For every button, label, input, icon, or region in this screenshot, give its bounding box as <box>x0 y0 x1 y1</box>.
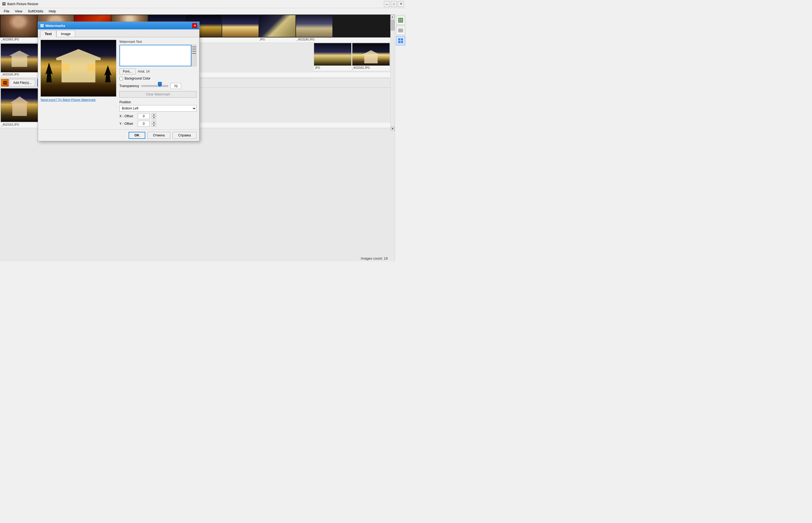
batch-watermark-link[interactable]: Need more? Try Batch Picture Watermark <box>41 98 116 101</box>
help-button[interactable]: Справка <box>173 132 197 139</box>
watermarks-dialog: 🖼 Watermarks ✕ Text Image <box>38 22 199 141</box>
clear-watermark-button[interactable]: Clear Watermark <box>120 91 197 97</box>
y-offset-up[interactable]: ▲ <box>152 121 156 124</box>
format-line4 <box>192 53 196 54</box>
watermark-textarea[interactable] <box>120 45 192 66</box>
font-row: Font... Arial, 14 <box>120 69 197 74</box>
dialog-overlay: 🖼 Watermarks ✕ Text Image <box>0 0 406 262</box>
transparency-value[interactable]: 70 <box>170 83 181 89</box>
transparency-slider[interactable] <box>141 84 168 88</box>
dialog-controls: Watermark Text Font... Arial, 14 <box>120 40 197 127</box>
dialog-titlebar: 🖼 Watermarks ✕ <box>38 22 199 30</box>
format-line1 <box>192 47 196 47</box>
dialog-tabs: Text Image <box>38 30 199 37</box>
font-info: Arial, 14 <box>138 70 150 73</box>
transparency-row: Transparency 70 <box>120 83 197 89</box>
cancel-button[interactable]: Отмена <box>147 132 170 139</box>
bg-color-label: Background Color <box>125 76 150 80</box>
slider-track <box>141 85 168 87</box>
x-offset-spinner: ▲ ▼ <box>152 113 156 119</box>
font-button[interactable]: Font... <box>120 69 136 74</box>
x-offset-up[interactable]: ▲ <box>152 113 156 116</box>
transparency-label: Transparency <box>120 84 139 88</box>
tab-text[interactable]: Text <box>40 31 56 37</box>
tab-image[interactable]: Image <box>56 31 75 37</box>
dialog-title: Watermarks <box>45 24 65 28</box>
y-offset-row: Y - Offset ▲ ▼ <box>120 121 197 127</box>
y-offset-input[interactable] <box>138 121 150 127</box>
position-section: Position Top LeftTop CenterTop RightMidd… <box>120 100 197 112</box>
position-label: Position <box>120 100 197 104</box>
dialog-body: Need more? Try Batch Picture Watermark W… <box>38 37 199 129</box>
y-offset-label: Y - Offset <box>120 122 136 126</box>
preview-image <box>41 40 116 96</box>
y-offset-spinner: ▲ ▼ <box>152 121 156 127</box>
y-offset-down[interactable]: ▼ <box>152 124 156 127</box>
bg-color-row: Background Color <box>120 76 197 80</box>
dialog-preview: Need more? Try Batch Picture Watermark <box>41 40 116 127</box>
position-select[interactable]: Top LeftTop CenterTop RightMiddle LeftMi… <box>120 105 197 112</box>
ok-button[interactable]: OK <box>129 132 145 139</box>
x-offset-input[interactable] <box>138 113 150 119</box>
x-offset-row: X - Offset ▲ ▼ <box>120 113 197 119</box>
x-offset-down[interactable]: ▼ <box>152 116 156 119</box>
watermarks-icon: 🖼 <box>40 24 44 28</box>
text-format-toolbar <box>192 45 197 66</box>
dialog-footer: OK Отмена Справка <box>38 129 199 141</box>
x-offset-label: X - Offset <box>120 114 136 118</box>
format-line2 <box>192 49 196 49</box>
dialog-close-button[interactable]: ✕ <box>192 23 197 28</box>
bg-color-checkbox[interactable] <box>120 77 123 80</box>
format-line3 <box>192 51 196 52</box>
watermark-text-label: Watermark Text <box>120 40 197 44</box>
